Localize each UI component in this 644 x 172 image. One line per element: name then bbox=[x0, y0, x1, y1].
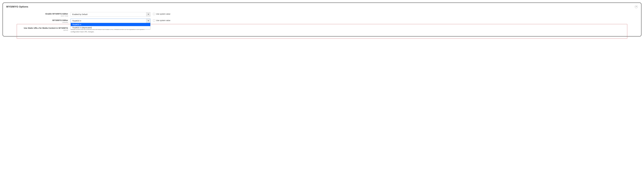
select-value: Enabled by Default bbox=[71, 12, 146, 16]
dropdown-option-tinymce4[interactable]: TinyMCE 4 bbox=[71, 23, 150, 26]
field-control-col: Enabled by Default bbox=[70, 12, 150, 17]
dropdown-option-tinymce3[interactable]: TinyMCE 3 (deprecated) bbox=[71, 26, 150, 29]
field-row-wysiwyg-editor: WYSIWYG Editor [website] TinyMCE 4 TinyM… bbox=[6, 19, 638, 23]
caret-down-icon bbox=[148, 14, 149, 15]
use-system-label[interactable]: Use system value bbox=[156, 13, 170, 15]
field-label: WYSIWYG Editor bbox=[6, 19, 68, 21]
collapse-button[interactable] bbox=[635, 5, 638, 8]
field-scope: [store view] bbox=[6, 15, 68, 17]
field-label: Use Static URLs for Media Content in WYS… bbox=[6, 27, 68, 29]
panel-header[interactable]: WYSIWYG Options bbox=[6, 5, 638, 8]
chevron-up-icon bbox=[636, 6, 637, 8]
enable-wysiwyg-select[interactable]: Enabled by Default bbox=[70, 12, 150, 17]
wysiwyg-editor-dropdown: TinyMCE 4 TinyMCE 3 (deprecated) bbox=[70, 23, 150, 29]
panel-title: WYSIWYG Options bbox=[6, 5, 28, 8]
select-arrow bbox=[146, 12, 150, 16]
select-value: TinyMCE 4 bbox=[71, 19, 146, 23]
field-label-col: Enable WYSIWYG Editor [store view] bbox=[6, 12, 70, 17]
use-system-checkbox-editor[interactable] bbox=[153, 19, 155, 22]
use-system-label[interactable]: Use system value bbox=[156, 19, 170, 22]
field-label-col: Use Static URLs for Media Content in WYS… bbox=[6, 26, 70, 31]
wysiwyg-editor-select[interactable]: TinyMCE 4 bbox=[70, 19, 150, 23]
use-system-checkbox-enable[interactable] bbox=[153, 13, 155, 15]
field-scope: [global] bbox=[6, 29, 68, 31]
field-scope: [website] bbox=[6, 22, 68, 23]
field-row-enable-wysiwyg: Enable WYSIWYG Editor [store view] Enabl… bbox=[6, 12, 638, 17]
field-control-col: TinyMCE 4 TinyMCE 4 TinyMCE 3 (deprecate… bbox=[70, 19, 150, 23]
select-arrow bbox=[146, 19, 150, 23]
field-extra-col: Use system value bbox=[150, 19, 170, 22]
field-extra-col bbox=[150, 26, 153, 27]
field-label-col: WYSIWYG Editor [website] bbox=[6, 19, 70, 23]
wysiwyg-options-panel: WYSIWYG Options Enable WYSIWYG Editor [s… bbox=[2, 3, 642, 36]
caret-down-icon bbox=[148, 20, 149, 21]
field-label: Enable WYSIWYG Editor bbox=[6, 13, 68, 15]
field-extra-col: Use system value bbox=[150, 12, 170, 15]
